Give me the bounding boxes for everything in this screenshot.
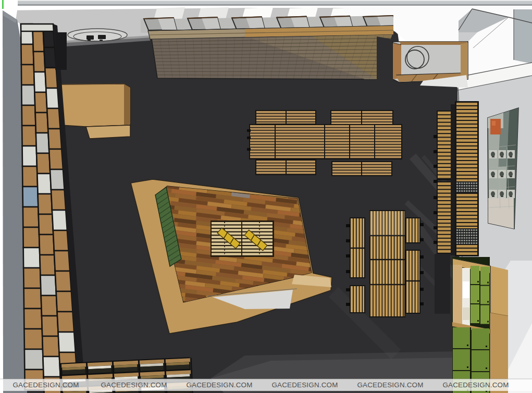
svg-text:GACEDESIGN.COM: GACEDESIGN.COM bbox=[13, 381, 79, 389]
svg-text:GACEDESIGN.COM: GACEDESIGN.COM bbox=[357, 381, 423, 389]
svg-text:GACEDESIGN.COM: GACEDESIGN.COM bbox=[442, 381, 509, 389]
svg-text:GACEDESIGN.COM: GACEDESIGN.COM bbox=[101, 381, 167, 389]
svg-text:GACEDESIGN.COM: GACEDESIGN.COM bbox=[186, 381, 252, 389]
svg-text:GACEDESIGN.COM: GACEDESIGN.COM bbox=[271, 381, 338, 389]
